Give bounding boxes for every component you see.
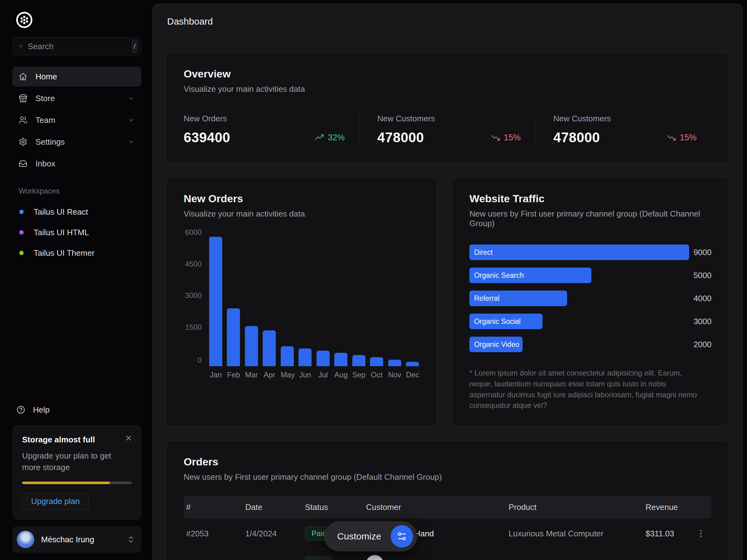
x-tick: Nov [388, 371, 401, 379]
traffic-row-direct: Direct 9000 [469, 244, 712, 260]
storage-progress-fill [22, 482, 110, 484]
traffic-bar-referral: Referral [469, 291, 567, 306]
order-id: #2053 [186, 529, 245, 538]
sidebar-item-team[interactable]: Team [12, 110, 141, 130]
row-menu-button[interactable] [693, 556, 709, 560]
traffic-footnote: * Lorem ipsum dolor sit amet consectetur… [469, 368, 702, 411]
revenue-value: $635.61 [646, 559, 691, 560]
stat-new-customers-1: New Customers 478000 15% [360, 114, 535, 145]
sidebar-item-settings[interactable]: Settings [12, 132, 141, 152]
sliders-icon [391, 525, 413, 548]
col-revenue: Revenue [646, 502, 691, 512]
sidebar: / Home Store Team Settings Inbox Workspa… [0, 0, 153, 560]
sidebar-item-store[interactable]: Store [12, 88, 141, 108]
trending-up-icon [315, 133, 324, 142]
bar-jun [299, 348, 312, 366]
sidebar-item-home[interactable]: Home [12, 66, 141, 86]
bar-may [281, 346, 294, 367]
sidebar-item-inbox[interactable]: Inbox [12, 154, 141, 174]
overview-subtitle: Visualize your main activities data [184, 84, 712, 94]
flower-ring-icon [16, 11, 33, 29]
home-icon [19, 72, 27, 81]
customize-button[interactable]: Customize [324, 522, 417, 551]
close-icon[interactable] [124, 434, 133, 443]
bar-jan [209, 237, 222, 366]
new-orders-chart-card: New Orders Visualize your main activitie… [166, 177, 437, 426]
revenue-value: $311.03 [646, 529, 691, 538]
sidebar-item-label: Home [35, 72, 57, 81]
plot-area: Jan Feb Mar Apr May Jun Jul Aug Sep Oct … [209, 232, 419, 379]
workspace-dot-blue [19, 210, 24, 214]
user-menu[interactable]: Méschac Irung [12, 526, 141, 553]
col-status: Status [305, 502, 366, 512]
traffic-bar-chart: Direct 9000 Organic Search 5000 Referral… [469, 244, 712, 352]
bar-apr [263, 330, 276, 366]
sidebar-item-label: Team [35, 115, 55, 125]
sidebar-nav: Home Store Team Settings Inbox [12, 66, 141, 174]
workspace-item-tailus-ui-react[interactable]: Tailus UI React [12, 202, 141, 222]
help-question-icon [16, 405, 26, 415]
workspace-item-tailus-ui-themer[interactable]: Tailus UI Themer [12, 243, 141, 263]
search-input[interactable] [28, 42, 132, 51]
status-badge: Paid [305, 557, 333, 560]
bar-dec [406, 362, 419, 366]
team-users-icon [19, 116, 27, 125]
y-tick: 0 [184, 356, 202, 364]
website-traffic-card: Website Traffic New users by First user … [452, 177, 729, 426]
search-field[interactable]: / [12, 37, 141, 55]
x-tick: Dec [406, 371, 419, 379]
chevron-down-icon [128, 95, 135, 102]
charts-row: New Orders Visualize your main activitie… [166, 177, 729, 426]
customer-name: Lucia Jaskolski [391, 559, 446, 560]
workspace-label: Tailus UI HTML [34, 228, 89, 237]
trending-down-icon [491, 133, 500, 142]
chevron-down-icon [128, 138, 135, 145]
col-date: Date [245, 502, 305, 512]
traffic-label: Organic Video [474, 340, 522, 349]
stat-value: 478000 [553, 130, 600, 145]
inbox-icon [19, 159, 27, 168]
workspaces-heading: Workspaces [19, 187, 141, 195]
x-tick: Feb [227, 371, 240, 379]
x-axis: Jan Feb Mar Apr May Jun Jul Aug Sep Oct … [209, 371, 419, 379]
app-logo[interactable] [16, 11, 33, 29]
trending-down-icon [667, 133, 676, 142]
table-row: #2054 8/11/2023 Paid Lucia Jaskolski Int… [184, 549, 712, 560]
traffic-value: 2000 [693, 340, 712, 349]
col-id: # [186, 502, 245, 512]
upgrade-plan-button[interactable]: Upgrade plan [22, 493, 89, 510]
bar-mar [245, 326, 258, 366]
bars [209, 232, 419, 366]
sidebar-item-label: Settings [35, 137, 65, 147]
traffic-value: 5000 [693, 271, 712, 280]
trend-badge: 15% [667, 133, 697, 142]
workspace-dot-lime [19, 251, 24, 255]
storage-alert-title: Storage almost full [22, 435, 132, 445]
orders-card: Orders New users by First user primary c… [166, 441, 729, 560]
customize-label: Customize [337, 531, 381, 542]
stat-value: 639400 [184, 130, 230, 145]
y-tick: 1500 [184, 324, 202, 331]
chart-title: Website Traffic [469, 193, 712, 205]
search-icon [19, 42, 22, 51]
stat-new-orders: New Orders 639400 32% [184, 114, 360, 145]
row-menu-button[interactable] [693, 526, 709, 542]
chart-subtitle: Visualize your main activities data [184, 209, 419, 219]
workspace-item-tailus-ui-html[interactable]: Tailus UI HTML [12, 222, 141, 243]
traffic-row-referral: Referral 4000 [469, 291, 712, 306]
traffic-value: 3000 [693, 317, 712, 326]
order-date: 8/11/2023 [245, 559, 305, 560]
order-id: #2054 [186, 559, 245, 560]
settings-gear-icon [19, 137, 27, 146]
trend-value: 32% [328, 133, 344, 142]
x-tick: Jul [316, 371, 330, 379]
y-tick: 3000 [184, 292, 202, 299]
bar-feb [227, 308, 240, 366]
traffic-value: 4000 [693, 294, 712, 303]
storage-alert-card: Storage almost full Upgrade your plan to… [12, 425, 141, 519]
x-tick: Sep [352, 371, 365, 379]
storage-progress-bar [22, 482, 132, 484]
help-button[interactable]: Help [12, 401, 141, 419]
kebab-icon [696, 529, 705, 538]
col-customer: Customer [366, 502, 509, 512]
